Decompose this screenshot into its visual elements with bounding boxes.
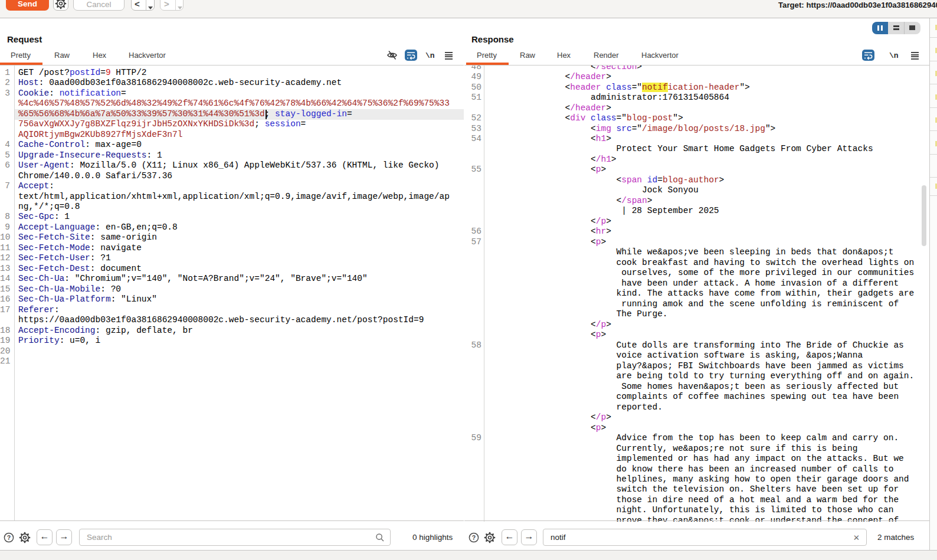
svg-text:?: ? bbox=[7, 534, 11, 541]
svg-text:?: ? bbox=[472, 534, 476, 541]
